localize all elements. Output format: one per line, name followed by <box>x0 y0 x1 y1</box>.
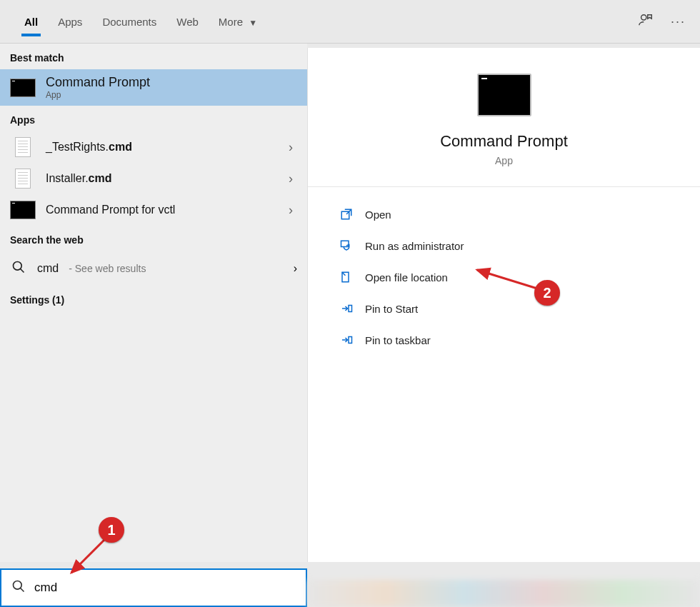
action-open[interactable]: Open <box>336 200 671 229</box>
web-hint: - See web results <box>69 263 146 274</box>
chevron-down-icon: ▼ <box>249 18 257 28</box>
svg-line-9 <box>21 588 24 592</box>
tab-apps[interactable]: Apps <box>48 3 92 41</box>
svg-rect-6 <box>349 306 352 312</box>
app-result-title: _TestRights.cmd <box>46 141 279 154</box>
web-search-result[interactable]: cmd - See web results › <box>0 251 307 286</box>
search-input[interactable] <box>34 581 296 595</box>
svg-line-2 <box>21 269 24 273</box>
tab-more-label: More <box>219 16 243 28</box>
action-pin-taskbar[interactable]: Pin to taskbar <box>336 326 671 354</box>
action-label: Pin to taskbar <box>365 334 431 346</box>
action-open-location[interactable]: Open file location <box>336 263 671 291</box>
annotation-badge-2: 2 <box>534 280 560 306</box>
chevron-right-icon: › <box>289 203 297 218</box>
action-label: Open <box>365 209 391 221</box>
svg-rect-7 <box>349 337 352 343</box>
command-prompt-icon <box>10 201 36 219</box>
svg-point-1 <box>14 262 22 271</box>
section-settings: Settings (1) <box>0 286 307 311</box>
svg-point-0 <box>641 15 646 20</box>
best-match-subtitle: App <box>46 90 297 100</box>
pin-taskbar-icon <box>339 333 354 347</box>
action-label: Run as administrator <box>365 240 464 252</box>
taskbar <box>307 580 700 607</box>
preview-pane: Command Prompt App Open Run as administr… <box>307 48 700 562</box>
annotation-badge-1: 1 <box>99 517 124 543</box>
section-apps: Apps <box>0 106 307 131</box>
document-icon <box>15 169 31 189</box>
open-icon <box>339 207 354 221</box>
command-prompt-icon <box>477 74 531 116</box>
action-label: Open file location <box>365 271 448 284</box>
section-web: Search the web <box>0 226 307 251</box>
svg-rect-4 <box>341 241 349 246</box>
preview-subtitle: App <box>495 155 513 166</box>
tab-web[interactable]: Web <box>166 3 209 41</box>
app-result-title: Installer.cmd <box>46 172 279 185</box>
search-box[interactable] <box>0 568 307 607</box>
web-query: cmd <box>37 262 59 275</box>
results-pane: Best match Command Prompt App Apps _Test… <box>0 44 307 562</box>
more-options-icon[interactable]: ··· <box>671 14 686 29</box>
chevron-right-icon: › <box>289 171 297 186</box>
preview-title: Command Prompt <box>440 132 568 151</box>
best-match-result[interactable]: Command Prompt App <box>0 69 307 106</box>
best-match-title: Command Prompt <box>46 75 297 90</box>
app-result[interactable]: Installer.cmd › <box>0 163 307 194</box>
app-result[interactable]: Command Prompt for vctl › <box>0 194 307 226</box>
command-prompt-icon <box>10 79 36 97</box>
shield-admin-icon <box>339 239 354 253</box>
tab-all[interactable]: All <box>14 3 48 41</box>
chevron-right-icon: › <box>289 140 297 155</box>
app-result-title: Command Prompt for vctl <box>46 204 279 216</box>
action-label: Pin to Start <box>365 303 418 315</box>
divider <box>308 186 700 187</box>
action-run-admin[interactable]: Run as administrator <box>336 231 671 260</box>
document-icon <box>15 137 31 157</box>
feedback-icon[interactable] <box>638 12 654 31</box>
chevron-right-icon: › <box>294 262 297 275</box>
search-icon <box>11 579 26 596</box>
pin-start-icon <box>339 301 354 316</box>
search-filter-tabs: All Apps Documents Web More ▼ ··· <box>0 0 700 43</box>
tab-documents[interactable]: Documents <box>92 3 166 41</box>
search-icon <box>10 260 27 277</box>
svg-point-8 <box>14 581 22 590</box>
action-pin-start[interactable]: Pin to Start <box>336 294 671 323</box>
tab-more[interactable]: More ▼ <box>209 3 267 41</box>
section-best-match: Best match <box>0 44 307 69</box>
folder-location-icon <box>339 270 354 284</box>
app-result[interactable]: _TestRights.cmd › <box>0 131 307 163</box>
